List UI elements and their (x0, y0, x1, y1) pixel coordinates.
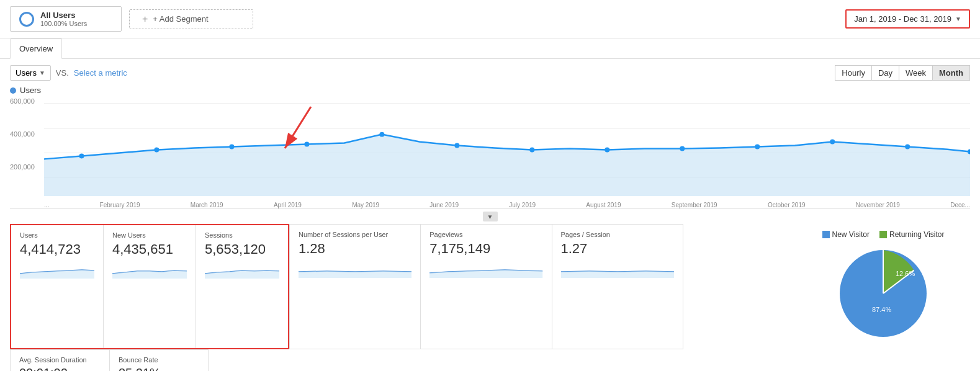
svg-point-13 (680, 146, 685, 151)
pie-chart-section: New Visitor Returning Visitor 87.4% 12.6… (796, 224, 970, 349)
stat-pages-per-session: Pages / Session 1.27 (552, 224, 683, 349)
tabs-bar: Overview (0, 38, 980, 59)
chart-area: 600,000 400,000 200,000 (10, 97, 970, 209)
time-btn-week[interactable]: Week (899, 65, 932, 81)
legend-dot-icon (10, 87, 16, 94)
svg-point-5 (79, 153, 84, 158)
legend-new-visitor: New Visitor (822, 230, 870, 239)
stat-asd-value: 00:01:02 (19, 366, 101, 371)
svg-marker-21 (112, 270, 187, 279)
x-label-5: June 2019 (429, 202, 459, 208)
time-btn-day[interactable]: Day (871, 65, 899, 81)
svg-point-9 (379, 132, 384, 137)
svg-point-15 (830, 140, 835, 145)
time-btn-hourly[interactable]: Hourly (835, 65, 871, 81)
x-label-6: July 2019 (509, 202, 536, 208)
stat-users: Users 4,414,723 (11, 225, 104, 348)
all-users-segment[interactable]: All Users 100.00% Users (10, 6, 122, 32)
metric-label: Users (16, 68, 37, 78)
svg-marker-20 (20, 270, 94, 279)
x-label-3: April 2019 (274, 202, 302, 208)
legend-users: Users (10, 86, 970, 95)
chart-svg (44, 97, 970, 196)
stat-sessions-sparkline (205, 261, 279, 279)
pie-legend: New Visitor Returning Visitor (822, 230, 945, 239)
date-range-button[interactable]: Jan 1, 2019 - Dec 31, 2019 ▼ (845, 9, 970, 29)
stat-new-users: New Users 4,435,651 (104, 225, 196, 348)
plus-icon: + (142, 14, 148, 25)
time-btn-month[interactable]: Month (932, 65, 970, 81)
new-visitor-label: New Visitor (832, 230, 870, 239)
chart-legend: Users (0, 83, 980, 97)
x-label-11: Dece... (950, 202, 970, 208)
stat-pps-value: 1.27 (561, 241, 674, 257)
svg-point-10 (454, 143, 459, 148)
stat-users-value: 4,414,723 (20, 241, 94, 257)
pie-chart: 87.4% 12.6% (834, 244, 933, 343)
stat-spu-value: 1.28 (299, 241, 411, 257)
svg-marker-22 (205, 270, 279, 279)
scroll-down-button[interactable]: ▼ (483, 212, 498, 221)
select-metric-link[interactable]: Select a metric (74, 68, 127, 78)
vs-label: VS. (56, 68, 69, 78)
svg-point-12 (605, 147, 609, 152)
spacer (683, 224, 796, 349)
stat-pv-value: 7,175,149 (429, 241, 542, 257)
x-label-8: September 2019 (672, 202, 717, 208)
stat-br-label: Bounce Rate (119, 356, 199, 364)
legend-label: Users (20, 86, 41, 95)
tab-overview[interactable]: Overview (10, 38, 62, 59)
x-label-2: March 2019 (191, 202, 223, 208)
svg-point-6 (154, 147, 159, 152)
stat-new-users-value: 4,435,651 (112, 241, 187, 257)
svg-point-14 (755, 145, 760, 150)
stat-bounce-rate: Bounce Rate 85.21% (109, 349, 209, 371)
stats-row-1: Users 4,414,723 New Users 4,435,651 Sess… (0, 224, 980, 349)
legend-returning-visitor: Returning Visitor (879, 230, 945, 239)
segment-circle-icon (19, 12, 34, 27)
x-label-9: October 2019 (768, 202, 806, 208)
stats-row-2: Avg. Session Duration 00:01:02 Bounce Ra… (0, 349, 980, 371)
x-label-7: August 2019 (586, 202, 621, 208)
segments-area: All Users 100.00% Users + + Add Segment (10, 6, 253, 32)
new-visitor-color-icon (822, 231, 830, 238)
stat-pageviews: Pageviews 7,175,149 (420, 224, 551, 349)
svg-text:12.6%: 12.6% (896, 270, 915, 277)
add-segment-button[interactable]: + + Add Segment (129, 9, 253, 29)
y-label-400k: 400,000 (10, 130, 44, 138)
y-label-600k: 600,000 (10, 97, 44, 105)
stat-sessions-per-user: Number of Sessions per User 1.28 (289, 224, 420, 349)
stat-asd-label: Avg. Session Duration (19, 356, 101, 364)
stat-avg-session-duration: Avg. Session Duration 00:01:02 (10, 349, 109, 371)
returning-visitor-color-icon (879, 231, 887, 238)
highlighted-stats-group: Users 4,414,723 New Users 4,435,651 Sess… (10, 224, 289, 349)
stat-sessions-label: Sessions (205, 231, 279, 239)
returning-visitor-label: Returning Visitor (889, 230, 945, 239)
stat-pps-label: Pages / Session (561, 231, 674, 238)
stat-sessions-value: 5,653,120 (205, 241, 279, 257)
svg-point-8 (304, 142, 309, 147)
stat-new-users-sparkline (112, 261, 187, 279)
date-range-label: Jan 1, 2019 - Dec 31, 2019 (854, 14, 951, 24)
stat-users-sparkline (20, 261, 94, 279)
top-bar: All Users 100.00% Users + + Add Segment … (0, 0, 980, 38)
stat-pv-label: Pageviews (429, 231, 542, 238)
metric-dropdown-button[interactable]: Users ▼ (10, 65, 51, 81)
stat-users-label: Users (20, 231, 94, 239)
svg-marker-24 (429, 270, 542, 278)
segment-name: All Users (40, 11, 87, 20)
dropdown-arrow-icon: ▼ (955, 16, 961, 22)
stat-spu-sparkline (299, 261, 411, 278)
chart-controls: Users ▼ VS. Select a metric Hourly Day W… (0, 59, 980, 83)
stat-br-value: 85.21% (119, 366, 199, 371)
x-label-4: May 2019 (352, 202, 379, 208)
x-label-0: ... (44, 202, 49, 208)
x-label-1: February 2019 (100, 202, 140, 208)
metric-selector: Users ▼ VS. Select a metric (10, 65, 127, 81)
svg-point-16 (905, 145, 910, 150)
svg-point-11 (529, 147, 534, 152)
x-label-10: November 2019 (856, 202, 900, 208)
scroll-button-area: ▼ (0, 209, 980, 224)
segment-text: All Users 100.00% Users (40, 11, 87, 27)
y-label-200k: 200,000 (10, 163, 44, 171)
